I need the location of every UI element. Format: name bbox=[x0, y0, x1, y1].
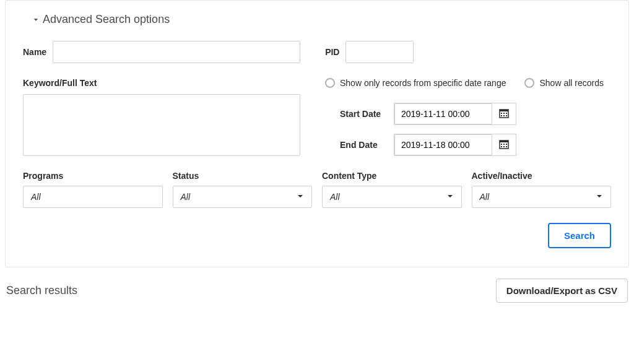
svg-rect-14 bbox=[503, 146, 505, 147]
section-title: Advanced Search options bbox=[43, 13, 170, 26]
end-date-input[interactable] bbox=[394, 134, 492, 155]
section-header[interactable]: Advanced Search options bbox=[33, 13, 611, 26]
start-date-label: Start Date bbox=[340, 109, 386, 119]
name-label: Name bbox=[23, 47, 46, 57]
end-date-field: End Date bbox=[340, 134, 611, 156]
svg-rect-7 bbox=[506, 115, 507, 116]
calendar-icon bbox=[499, 108, 509, 120]
name-field: Name bbox=[23, 41, 300, 63]
keyword-label: Keyword/Full Text bbox=[23, 78, 300, 88]
svg-rect-5 bbox=[501, 115, 502, 116]
end-date-label: End Date bbox=[340, 140, 386, 150]
active-select[interactable]: All bbox=[472, 186, 612, 208]
start-date-field: Start Date bbox=[340, 103, 611, 125]
active-label: Active/Inactive bbox=[472, 171, 612, 181]
svg-rect-15 bbox=[506, 146, 507, 147]
pid-label: PID bbox=[325, 47, 339, 57]
end-date-calendar-button[interactable] bbox=[492, 134, 516, 155]
svg-rect-2 bbox=[501, 113, 502, 114]
chevron-down-icon bbox=[596, 192, 603, 202]
chevron-down-icon bbox=[446, 192, 454, 202]
name-input[interactable] bbox=[53, 41, 300, 63]
radio-all-label: Show all records bbox=[539, 78, 604, 88]
svg-rect-10 bbox=[501, 144, 502, 145]
content-type-filter: Content Type All bbox=[322, 171, 462, 208]
content-type-select[interactable]: All bbox=[322, 186, 462, 208]
radio-specific-range[interactable]: Show only records from specific date ran… bbox=[325, 78, 506, 88]
radio-specific-label: Show only records from specific date ran… bbox=[340, 78, 506, 88]
radio-icon bbox=[325, 78, 335, 88]
advanced-search-panel: Advanced Search options Name PID Keyword… bbox=[5, 0, 629, 267]
calendar-icon bbox=[499, 139, 509, 151]
status-filter: Status All bbox=[173, 171, 313, 208]
pid-field: PID bbox=[325, 41, 414, 63]
chevron-down-icon bbox=[33, 15, 39, 25]
svg-rect-9 bbox=[500, 141, 508, 142]
results-header-row: Search results Download/Export as CSV bbox=[0, 279, 634, 305]
svg-rect-12 bbox=[506, 144, 507, 145]
date-filter-column: Show only records from specific date ran… bbox=[325, 78, 611, 156]
svg-rect-4 bbox=[506, 113, 507, 114]
svg-rect-11 bbox=[503, 144, 505, 145]
radio-show-all[interactable]: Show all records bbox=[524, 78, 604, 88]
start-date-input[interactable] bbox=[394, 103, 492, 124]
search-button[interactable]: Search bbox=[548, 223, 611, 248]
radio-icon bbox=[524, 78, 534, 88]
status-value: All bbox=[181, 192, 191, 202]
chevron-down-icon bbox=[297, 192, 304, 202]
programs-filter: Programs All bbox=[23, 171, 163, 208]
active-filter: Active/Inactive All bbox=[472, 171, 612, 208]
results-title: Search results bbox=[6, 284, 77, 297]
export-csv-button[interactable]: Download/Export as CSV bbox=[496, 279, 628, 303]
svg-rect-1 bbox=[500, 110, 508, 111]
keyword-textarea[interactable] bbox=[23, 94, 300, 156]
content-type-value: All bbox=[330, 192, 340, 202]
status-label: Status bbox=[173, 171, 313, 181]
pid-input[interactable] bbox=[345, 41, 414, 63]
programs-label: Programs bbox=[23, 171, 163, 181]
programs-value: All bbox=[31, 192, 41, 202]
content-type-label: Content Type bbox=[322, 171, 462, 181]
start-date-calendar-button[interactable] bbox=[492, 103, 516, 124]
svg-rect-6 bbox=[503, 115, 505, 116]
programs-select[interactable]: All bbox=[23, 186, 163, 208]
status-select[interactable]: All bbox=[173, 186, 313, 208]
keyword-field: Keyword/Full Text bbox=[23, 78, 300, 156]
svg-rect-13 bbox=[501, 146, 502, 147]
svg-rect-3 bbox=[503, 113, 505, 114]
active-value: All bbox=[480, 192, 490, 202]
